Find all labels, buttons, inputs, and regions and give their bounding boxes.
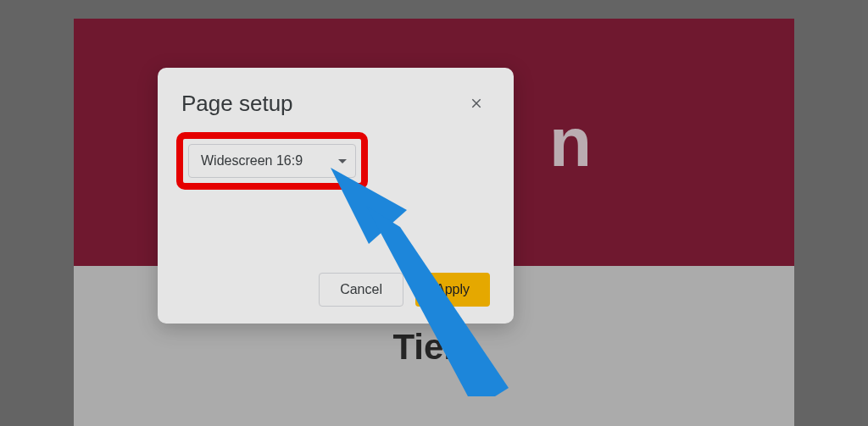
dialog-header: Page setup	[181, 90, 490, 117]
apply-button[interactable]: Apply	[415, 273, 490, 307]
dialog-title: Page setup	[181, 91, 293, 117]
close-icon	[470, 97, 483, 110]
dropdown-selected-label: Widescreen 16:9	[201, 153, 303, 169]
annotation-highlight: Widescreen 16:9	[176, 132, 368, 190]
apply-button-label: Apply	[436, 282, 470, 297]
aspect-ratio-dropdown[interactable]: Widescreen 16:9	[188, 144, 356, 178]
page-setup-dialog: Page setup Widescreen 16:9 Cancel Apply	[158, 68, 514, 324]
close-button[interactable]	[463, 90, 490, 117]
dialog-actions: Cancel Apply	[319, 273, 490, 307]
cancel-button[interactable]: Cancel	[319, 273, 403, 307]
chevron-down-icon	[338, 159, 347, 163]
banner-title-text: n	[549, 102, 590, 182]
slide-body-text: Tien.	[74, 327, 794, 368]
cancel-button-label: Cancel	[340, 282, 382, 297]
